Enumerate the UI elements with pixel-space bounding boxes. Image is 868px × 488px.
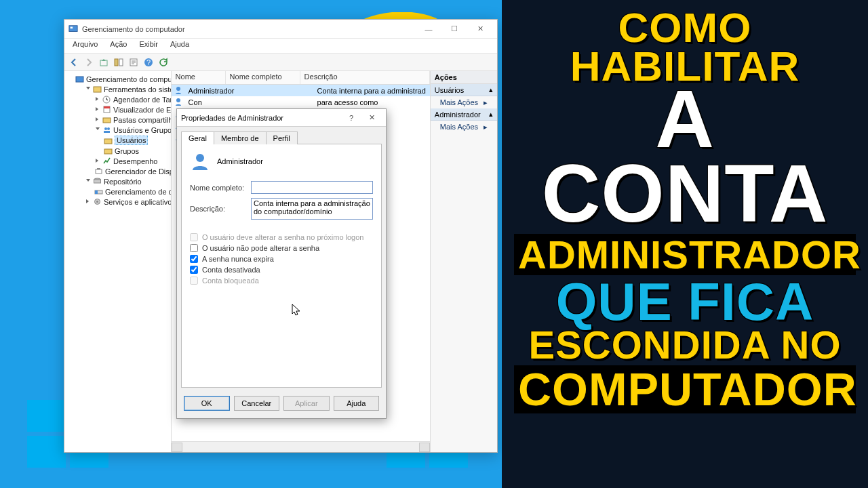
- tree-system-tools[interactable]: Ferramentas do sistema: [85, 84, 170, 94]
- window-title: Gerenciamento do computador: [82, 25, 185, 33]
- svg-rect-13: [103, 118, 111, 123]
- svg-rect-4: [119, 59, 123, 66]
- show-hide-button[interactable]: [112, 56, 125, 69]
- tree-sharedfolders[interactable]: Pastas compartilhadas: [94, 115, 170, 125]
- thumbnail-text-panel: COMO HABILITAR A CONTA ADMINISTRADOR QUE…: [502, 0, 868, 488]
- h-scrollbar[interactable]: [172, 441, 430, 452]
- tree-storage[interactable]: Repositório: [85, 176, 170, 186]
- dialog-buttons: OK Cancelar Aplicar Ajuda: [177, 392, 386, 415]
- tree-users-groups[interactable]: Usuários e Grupos Locais: [94, 125, 170, 135]
- svg-text:?: ?: [146, 58, 151, 66]
- menu-ajuda[interactable]: Ajuda: [165, 39, 195, 53]
- collapse-icon: ▴: [489, 85, 493, 94]
- list-row[interactable]: Conpara acesso como: [172, 96, 430, 108]
- svg-point-15: [107, 127, 110, 130]
- dialog-titlebar[interactable]: Propriedades de Administrador ? ✕: [177, 109, 386, 127]
- svg-point-14: [104, 127, 107, 130]
- description-input[interactable]: [251, 198, 373, 220]
- tree-services[interactable]: Serviços e aplicativos: [85, 197, 170, 207]
- thumb-line-5: ESCONDIDA NO: [509, 327, 861, 363]
- chk-cannot-change[interactable]: O usuário não pode alterar a senha: [190, 244, 373, 252]
- menu-exibir[interactable]: Exibir: [134, 39, 163, 53]
- svg-rect-24: [95, 190, 98, 194]
- chk-never-expires[interactable]: A senha nunca expira: [190, 255, 373, 263]
- ok-button[interactable]: OK: [184, 396, 230, 411]
- svg-rect-8: [76, 77, 83, 82]
- svg-rect-22: [94, 180, 101, 183]
- up-button[interactable]: [97, 56, 111, 69]
- minimize-button[interactable]: —: [416, 20, 441, 39]
- menu-arquivo[interactable]: Arquivo: [67, 39, 103, 53]
- tree-users[interactable]: Usuários: [104, 135, 170, 146]
- svg-rect-17: [104, 139, 112, 144]
- chk-disabled[interactable]: Conta desativada: [190, 266, 373, 274]
- tree-eventviewer[interactable]: Visualizador de Eventos: [94, 104, 170, 115]
- dialog-help-button[interactable]: ?: [341, 109, 361, 127]
- collapse-icon: ▴: [489, 110, 493, 119]
- cancel-button[interactable]: Cancelar: [234, 396, 280, 411]
- description-label: Descrição:: [190, 205, 245, 213]
- maximize-button[interactable]: ☐: [441, 20, 467, 39]
- col-nome[interactable]: Nome: [172, 71, 226, 84]
- tab-membro-de[interactable]: Membro de: [214, 131, 267, 144]
- col-nome-completo[interactable]: Nome completo: [226, 71, 300, 84]
- fullname-label: Nome completo:: [190, 184, 245, 192]
- actions-group-admin[interactable]: Administrador▴: [431, 108, 497, 121]
- forward-button[interactable]: [82, 56, 96, 69]
- titlebar[interactable]: Gerenciamento do computador — ☐ ✕: [64, 20, 497, 39]
- actions-group-users[interactable]: Usuários▴: [431, 84, 497, 96]
- dialog-close-button[interactable]: ✕: [361, 109, 382, 127]
- tab-page-geral: Administrador Nome completo: Descrição: …: [181, 144, 382, 388]
- svg-point-27: [176, 87, 180, 91]
- actions-more-2[interactable]: Mais Ações ▸: [431, 121, 497, 133]
- properties-dialog: Propriedades de Administrador ? ✕ Geral …: [176, 108, 387, 419]
- svg-rect-2: [100, 60, 107, 66]
- svg-point-28: [176, 98, 180, 102]
- thumb-line-2: A CONTA: [509, 81, 861, 231]
- svg-rect-12: [104, 106, 110, 108]
- back-button[interactable]: [67, 56, 81, 69]
- help-button[interactable]: ?: [142, 56, 155, 69]
- svg-rect-19: [96, 169, 102, 174]
- chk-must-change: O usuário deve alterar a senha no próxim…: [190, 233, 373, 241]
- menu-acao[interactable]: Ação: [104, 39, 132, 53]
- apply-button[interactable]: Aplicar: [283, 396, 330, 411]
- export-button[interactable]: [127, 56, 140, 69]
- user-name-label: Administrador: [217, 157, 263, 165]
- col-descricao[interactable]: Descrição: [300, 71, 430, 84]
- actions-pane: Ações Usuários▴ Mais Ações ▸ Administrad…: [430, 71, 497, 452]
- thumb-line-4: QUE FICA: [509, 278, 861, 327]
- actions-header: Ações: [431, 71, 497, 84]
- list-row[interactable]: AdministradorConta interna para a admini…: [172, 85, 430, 96]
- thumb-line-3: ADMINISTRADOR: [514, 234, 856, 275]
- tree-scheduler[interactable]: Agendador de Tarefas: [94, 94, 170, 104]
- app-icon: [68, 24, 78, 34]
- nav-tree[interactable]: Gerenciamento do computador (local) Ferr…: [64, 71, 172, 452]
- tree-diskmgmt[interactable]: Gerenciamento de disco: [94, 186, 170, 197]
- svg-rect-3: [115, 59, 118, 66]
- svg-rect-9: [94, 87, 101, 92]
- chk-locked: Conta bloqueada: [190, 277, 373, 285]
- svg-rect-20: [97, 168, 100, 169]
- user-icon: [190, 151, 210, 171]
- tree-root[interactable]: Gerenciamento do computador (local): [75, 74, 170, 84]
- help-button[interactable]: Ajuda: [334, 396, 380, 411]
- close-button[interactable]: ✕: [467, 20, 493, 39]
- svg-rect-18: [104, 149, 112, 154]
- fullname-input[interactable]: [251, 181, 373, 194]
- toolbar: ?: [64, 54, 497, 71]
- dialog-title: Propriedades de Administrador: [181, 114, 283, 122]
- tab-perfil[interactable]: Perfil: [266, 131, 298, 144]
- tab-geral[interactable]: Geral: [181, 131, 214, 144]
- svg-rect-16: [104, 131, 110, 133]
- svg-point-32: [196, 154, 204, 162]
- tree-performance[interactable]: Desempenho: [94, 156, 170, 166]
- tree-groups[interactable]: Grupos: [104, 146, 170, 156]
- svg-point-26: [96, 201, 98, 203]
- thumb-line-6: COMPUTADOR: [514, 365, 856, 413]
- actions-more-1[interactable]: Mais Ações ▸: [431, 96, 497, 108]
- list-header[interactable]: Nome Nome completo Descrição: [172, 71, 430, 85]
- refresh-button[interactable]: [157, 56, 170, 69]
- menubar: Arquivo Ação Exibir Ajuda: [64, 39, 497, 54]
- tree-devmgr[interactable]: Gerenciador de Dispositivos: [94, 166, 170, 176]
